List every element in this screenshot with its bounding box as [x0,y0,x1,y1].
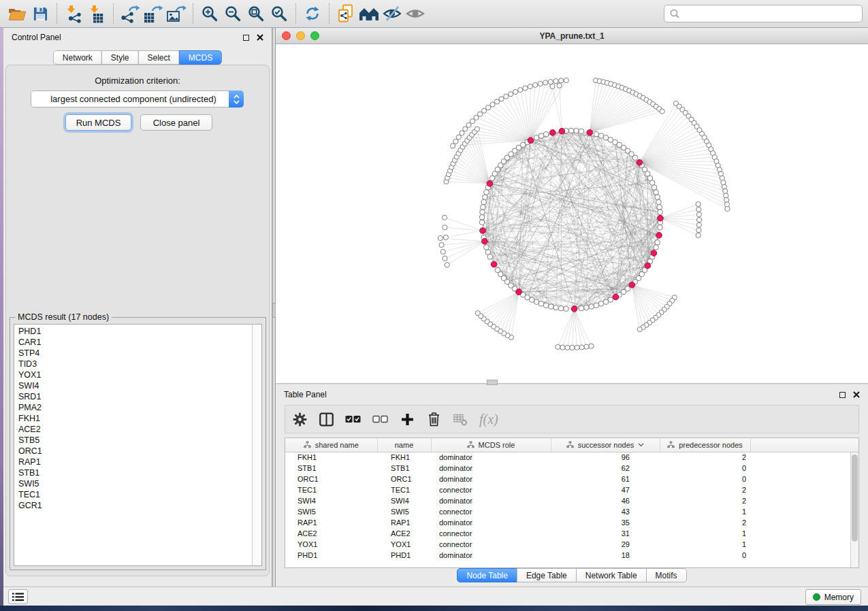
table-cell-shared_name[interactable]: SWI5 [285,506,377,517]
table-cell-predecessor_nodes[interactable]: 2 [660,452,750,463]
save-icon[interactable] [29,2,52,25]
table-row[interactable]: SWI5SWI5connector431 [285,506,858,517]
table-cell-name[interactable]: TEC1 [377,484,431,495]
mcds-node-item[interactable]: GCR1 [18,500,252,511]
table-cell-mcds_role[interactable]: connector [431,506,551,517]
window-minimize-icon[interactable] [296,31,305,40]
table-cell-predecessor_nodes[interactable]: 2 [660,517,750,528]
hide-selected-icon[interactable] [381,2,404,25]
table-cell-successor_nodes[interactable]: 31 [551,528,660,539]
optimization-criterion-select[interactable]: largest connected component (undirected) [31,90,244,108]
table-cell-successor_nodes[interactable]: 61 [551,474,660,484]
tab-edge-table[interactable]: Edge Table [517,568,577,582]
table-cell-mcds_role[interactable]: connector [431,484,551,495]
tab-style[interactable]: Style [101,50,139,65]
table-cell-predecessor_nodes[interactable]: 0 [660,463,750,474]
mcds-node-item[interactable]: STB1 [18,467,252,478]
table-cell-successor_nodes[interactable]: 35 [551,517,660,528]
table-cell-predecessor_nodes[interactable]: 2 [660,495,750,506]
table-row[interactable]: YOX1YOX1connector291 [285,539,858,550]
table-row[interactable]: SWI4SWI4dominator462 [285,495,858,506]
tab-motifs[interactable]: Motifs [646,568,687,582]
table-cell-shared_name[interactable]: STB1 [285,463,377,474]
table-cell-shared_name[interactable]: TEC1 [285,484,377,495]
table-cell-predecessor_nodes[interactable]: 2 [660,484,750,495]
tab-mcds[interactable]: MCDS [179,50,222,65]
table-scrollbar-thumb[interactable] [852,455,858,542]
select-all-icon[interactable] [345,410,361,428]
tab-network[interactable]: Network [53,50,102,65]
column-header[interactable]: shared name [285,438,377,452]
table-row[interactable]: PHD1PHD1dominator180 [285,550,858,561]
close-panel-icon[interactable] [853,391,860,398]
table-cell-successor_nodes[interactable]: 96 [551,452,660,463]
table-cell-successor_nodes[interactable]: 47 [551,484,660,495]
mcds-node-item[interactable]: PMA2 [18,402,252,413]
table-cell-name[interactable]: ORC1 [377,474,431,484]
float-panel-icon[interactable] [839,392,846,398]
table-cell-successor_nodes[interactable]: 18 [551,550,660,561]
search-input[interactable] [684,9,857,18]
table-cell-mcds_role[interactable]: dominator [431,474,551,484]
open-icon[interactable] [5,2,29,25]
mcds-node-item[interactable]: PHD1 [18,326,252,337]
table-row[interactable]: ACE2ACE2connector311 [285,528,858,539]
table-cell-name[interactable]: STB1 [377,463,431,474]
network-canvas[interactable] [276,44,868,383]
table-cell-mcds_role[interactable]: connector [431,528,551,539]
column-header[interactable]: successor nodes [551,438,660,452]
export-image-icon[interactable] [165,2,188,25]
table-cell-mcds_role[interactable]: dominator [431,463,551,474]
table-cell-name[interactable]: RAP1 [377,517,431,528]
show-columns-icon[interactable] [319,410,334,428]
table-cell-successor_nodes[interactable]: 43 [551,506,660,517]
zoom-fit-icon[interactable] [244,2,268,25]
column-header[interactable]: predecessor nodes [660,438,750,452]
table-cell-shared_name[interactable]: ORC1 [285,474,377,484]
mcds-node-item[interactable]: CAR1 [18,337,252,348]
table-row[interactable]: FKH1FKH1dominator962 [285,452,858,463]
mcds-node-item[interactable]: STB5 [18,435,252,446]
table-cell-name[interactable]: SWI5 [377,506,431,517]
mcds-node-item[interactable]: SRD1 [18,391,252,402]
float-panel-icon[interactable] [243,35,249,41]
import-network-icon[interactable] [62,2,85,25]
table-settings-gear-icon[interactable] [292,410,307,428]
table-cell-predecessor_nodes[interactable]: 0 [660,474,750,484]
mcds-node-item[interactable]: SWI5 [18,478,252,489]
table-cell-name[interactable]: ACE2 [377,528,431,539]
table-scrollbar[interactable] [850,452,858,567]
run-mcds-button[interactable]: Run MCDS [65,114,131,131]
mcds-node-item[interactable]: ORC1 [18,446,252,457]
table-cell-mcds_role[interactable]: dominator [431,452,551,463]
table-cell-mcds_role[interactable]: connector [431,539,551,550]
table-cell-predecessor_nodes[interactable]: 1 [660,528,750,539]
table-row[interactable]: ORC1ORC1dominator610 [285,474,858,484]
mcds-node-item[interactable]: TID3 [18,359,252,369]
table-cell-shared_name[interactable]: RAP1 [285,517,377,528]
window-close-icon[interactable] [282,31,291,40]
column-header[interactable]: name [377,438,431,452]
clone-network-icon[interactable] [334,2,357,25]
mcds-node-item[interactable]: STP4 [18,348,252,359]
deselect-all-icon[interactable] [372,410,388,428]
table-cell-name[interactable]: PHD1 [377,550,431,561]
zoom-selected-icon[interactable] [268,2,291,25]
table-cell-mcds_role[interactable]: dominator [431,495,551,506]
table-cell-shared_name[interactable]: PHD1 [285,550,377,561]
table-row[interactable]: TEC1TEC1connector472 [285,484,858,495]
table-cell-shared_name[interactable]: SWI4 [285,495,377,506]
first-neighbors-icon[interactable] [357,2,381,25]
close-panel-button[interactable]: Close panel [140,114,212,131]
table-cell-shared_name[interactable]: YOX1 [285,539,377,550]
table-cell-predecessor_nodes[interactable]: 0 [660,550,750,561]
table-cell-successor_nodes[interactable]: 62 [551,463,660,474]
table-cell-mcds_role[interactable]: dominator [431,517,551,528]
mcds-node-item[interactable]: TEC1 [18,489,252,500]
network-graph[interactable] [276,44,868,383]
delete-icon[interactable] [426,410,441,428]
mcds-node-item[interactable]: ACE2 [18,424,252,435]
table-cell-name[interactable]: FKH1 [377,452,431,463]
horizontal-splitter-handle[interactable] [487,380,498,385]
zoom-out-icon[interactable] [221,2,244,25]
